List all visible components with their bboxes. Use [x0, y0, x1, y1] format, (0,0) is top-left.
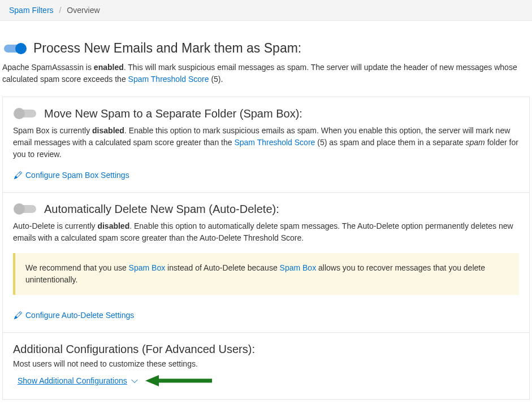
auto-delete-title: Automatically Delete New Spam (Auto-Dele… [44, 203, 279, 216]
breadcrumb-root[interactable]: Spam Filters [9, 6, 54, 15]
spam-box-description: Spam Box is currently disabled. Enable t… [13, 125, 519, 160]
process-emails-toggle[interactable] [4, 45, 25, 53]
advanced-title: Additional Configurations (For Advanced … [13, 343, 519, 356]
options-panel: Move New Spam to a Separate Folder (Spam… [2, 97, 530, 400]
enabled-status: enabled [94, 63, 124, 72]
configure-spam-box-button[interactable]: Configure Spam Box Settings [13, 168, 131, 182]
disabled-status: disabled [92, 126, 124, 135]
toggle-knob-icon [15, 43, 27, 54]
advanced-subtitle: Most users will not need to customize th… [13, 359, 519, 368]
breadcrumb-separator: / [59, 6, 61, 15]
pencil-icon [14, 311, 22, 319]
spam-box-link[interactable]: Spam Box [280, 263, 317, 272]
breadcrumb: Spam Filters / Overview [0, 0, 532, 21]
spam-box-section: Move New Spam to a Separate Folder (Spam… [3, 97, 529, 193]
recommendation-callout: We recommend that you use Spam Box inste… [13, 253, 519, 295]
process-emails-description: Apache SpamAssassin is enabled. This wil… [2, 62, 530, 85]
spam-threshold-score-link[interactable]: Spam Threshold Score [128, 75, 209, 84]
advanced-section: Additional Configurations (For Advanced … [3, 333, 529, 399]
annotation-arrow-icon [145, 374, 213, 389]
configure-spam-box-label: Configure Spam Box Settings [25, 171, 129, 180]
show-additional-configurations-label: Show Additional Configurations [18, 376, 127, 385]
auto-delete-toggle[interactable] [15, 205, 36, 213]
configure-auto-delete-label: Configure Auto-Delete Settings [25, 311, 134, 320]
auto-delete-description: Auto-Delete is currently disabled. Enabl… [13, 220, 519, 244]
disabled-status: disabled [97, 221, 129, 230]
breadcrumb-current: Overview [67, 6, 100, 15]
spam-threshold-score-link[interactable]: Spam Threshold Score [234, 138, 315, 147]
spam-folder-italic: spam [466, 138, 485, 147]
process-emails-title: Process New Emails and Mark them as Spam… [33, 40, 301, 57]
spam-box-title: Move New Spam to a Separate Folder (Spam… [44, 107, 302, 120]
chevron-down-icon [131, 377, 139, 385]
toggle-knob-icon [14, 203, 25, 215]
spam-box-toggle[interactable] [15, 110, 36, 117]
auto-delete-section: Automatically Delete New Spam (Auto-Dele… [3, 193, 529, 333]
spam-box-link[interactable]: Spam Box [129, 263, 166, 272]
svg-marker-1 [145, 375, 159, 386]
toggle-knob-icon [14, 108, 25, 119]
show-additional-configurations-button[interactable]: Show Additional Configurations [18, 376, 139, 385]
pencil-icon [14, 171, 22, 179]
configure-auto-delete-button[interactable]: Configure Auto-Delete Settings [13, 308, 135, 322]
